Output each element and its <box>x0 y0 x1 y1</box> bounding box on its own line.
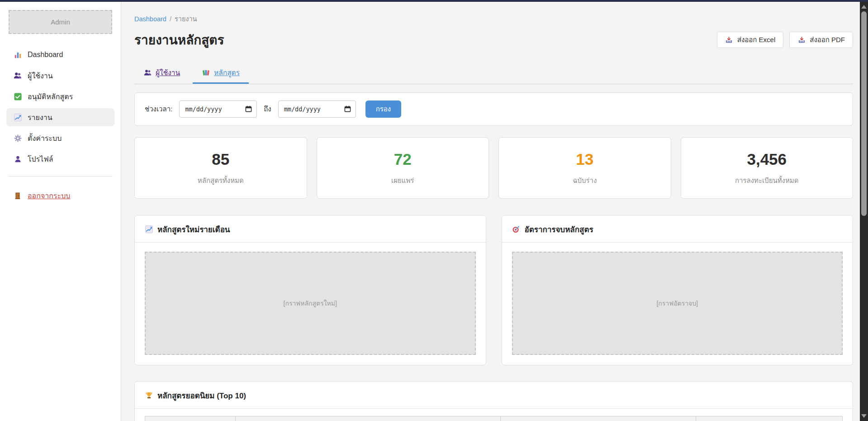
date-to-wrapper <box>278 100 356 118</box>
stat-label: การลงทะเบียนทั้งหมด <box>735 175 798 186</box>
trophy-icon <box>145 392 153 400</box>
chart-title: หลักสูตรใหม่รายเดือน <box>157 223 230 235</box>
breadcrumb: Dashboard/รายงาน <box>134 14 853 24</box>
to-label: ถึง <box>264 104 271 115</box>
charts-row: หลักสูตรใหม่รายเดือน [กราฟหลักสูตรใหม่] … <box>134 215 853 365</box>
admin-logo-placeholder: Admin <box>9 10 112 34</box>
chart-card-header: อัตราการจบหลักสูตร <box>502 215 853 243</box>
target-icon <box>512 225 520 234</box>
export-pdf-label: ส่งออก PDF <box>810 34 845 45</box>
calendar-icon[interactable] <box>245 105 252 114</box>
sidebar: Admin Dashboard ผู้ใช้งาน อนุมัติหลักสูต… <box>0 2 121 421</box>
breadcrumb-separator: / <box>170 15 171 23</box>
tab-bar: ผู้ใช้งาน หลักสูตร <box>134 63 853 84</box>
books-icon <box>202 69 210 77</box>
bar-chart-icon <box>14 51 22 59</box>
sidebar-item-label: ผู้ใช้งาน <box>28 70 53 81</box>
stat-value: 3,456 <box>747 150 787 168</box>
sidebar-item-label: Dashboard <box>28 51 63 59</box>
date-from-wrapper <box>179 100 257 118</box>
stat-label: เผยแพร่ <box>391 175 414 186</box>
breadcrumb-current: รายงาน <box>175 15 197 23</box>
vertical-scrollbar[interactable] <box>860 2 868 421</box>
stat-value: 85 <box>212 150 229 168</box>
sidebar-nav: Dashboard ผู้ใช้งาน อนุมัติหลักสูตร รายง… <box>0 46 121 168</box>
stat-value: 13 <box>576 150 593 168</box>
scrollbar-up-arrow[interactable] <box>861 5 867 9</box>
stat-card-published: 72 เผยแพร่ <box>317 137 489 199</box>
chart-card-header: หลักสูตรใหม่รายเดือน <box>135 215 486 243</box>
breadcrumb-dashboard-link[interactable]: Dashboard <box>134 15 166 23</box>
line-chart-icon <box>145 225 153 234</box>
sidebar-item-users[interactable]: ผู้ใช้งาน <box>6 67 114 85</box>
export-excel-label: ส่งออก Excel <box>737 34 775 45</box>
chart-card-new-courses: หลักสูตรใหม่รายเดือน [กราฟหลักสูตรใหม่] <box>134 215 486 365</box>
sidebar-divider <box>8 176 113 177</box>
download-tray-icon <box>797 36 806 44</box>
page-header-row: รายงานหลักสูตร ส่งออก Excel ส่งออก PDF <box>134 30 853 50</box>
table-header-cell <box>145 416 236 421</box>
tab-courses[interactable]: หลักสูตร <box>193 63 249 84</box>
person-icon <box>14 155 22 163</box>
export-buttons: ส่งออก Excel ส่งออก PDF <box>717 32 853 48</box>
scrollbar-down-arrow[interactable] <box>861 414 867 418</box>
chart-card-completion-rate: อัตราการจบหลักสูตร [กราฟอัตราจบ] <box>502 215 854 365</box>
sidebar-item-settings[interactable]: ตั้งค่าระบบ <box>6 129 114 147</box>
logout-label: ออกจากระบบ <box>28 190 70 201</box>
users-icon <box>143 69 152 77</box>
gear-icon <box>14 134 22 142</box>
stat-card-total-enrollments: 3,456 การลงทะเบียนทั้งหมด <box>681 137 854 199</box>
table-header-cell <box>696 416 843 421</box>
main-content: Dashboard/รายงาน รายงานหลักสูตร ส่งออก E… <box>121 2 868 421</box>
stat-card-total-courses: 85 หลักสูตรทั้งหมด <box>134 137 307 199</box>
stat-card-drafts: 13 ฉบับร่าง <box>498 137 671 199</box>
chart-placeholder-new-courses: [กราฟหลักสูตรใหม่] <box>145 252 476 355</box>
stats-row: 85 หลักสูตรทั้งหมด 72 เผยแพร่ 13 ฉบับร่า… <box>134 137 853 199</box>
tab-users-label: ผู้ใช้งาน <box>156 67 180 78</box>
calendar-icon[interactable] <box>344 105 351 114</box>
users-icon <box>14 72 22 80</box>
tab-users[interactable]: ผู้ใช้งาน <box>134 63 189 84</box>
sidebar-item-reports[interactable]: รายงาน <box>6 108 114 126</box>
table-header-cell <box>501 416 696 421</box>
export-excel-button[interactable]: ส่งออก Excel <box>717 32 783 48</box>
date-range-label: ช่วงเวลา: <box>145 104 172 115</box>
app-root: Admin Dashboard ผู้ใช้งาน อนุมัติหลักสูต… <box>0 0 868 421</box>
filter-button[interactable]: กรอง <box>365 100 401 118</box>
stat-value: 72 <box>394 150 412 168</box>
sidebar-item-label: รายงาน <box>28 112 52 123</box>
stat-label: ฉบับร่าง <box>573 175 597 186</box>
admin-logo-text: Admin <box>51 18 70 26</box>
line-chart-icon <box>14 113 22 121</box>
table-header-row <box>145 416 843 421</box>
sidebar-item-approve-courses[interactable]: อนุมัติหลักสูตร <box>6 87 114 105</box>
download-tray-icon <box>725 36 733 44</box>
sidebar-item-label: อนุมัติหลักสูตร <box>28 91 73 102</box>
chart-title: อัตราการจบหลักสูตร <box>525 223 593 235</box>
tab-courses-label: หลักสูตร <box>214 67 240 78</box>
scrollbar-thumb[interactable] <box>861 11 867 216</box>
filter-bar: ช่วงเวลา: ถึง กรอง <box>134 92 853 126</box>
sidebar-item-label: ตั้งค่าระบบ <box>28 133 62 144</box>
chart-placeholder-completion-rate: [กราฟอัตราจบ] <box>512 252 843 355</box>
top-courses-table <box>145 416 843 421</box>
door-icon <box>14 191 22 200</box>
sidebar-item-profile[interactable]: โปรไฟล์ <box>6 150 114 168</box>
sidebar-item-label: โปรไฟล์ <box>28 153 53 165</box>
page-title: รายงานหลักสูตร <box>134 30 224 50</box>
stat-label: หลักสูตรทั้งหมด <box>198 175 244 186</box>
sidebar-item-dashboard[interactable]: Dashboard <box>6 46 114 64</box>
top-courses-title: หลักสูตรยอดนิยม (Top 10) <box>157 389 246 402</box>
check-square-icon <box>14 92 22 100</box>
export-pdf-button[interactable]: ส่งออก PDF <box>789 32 853 48</box>
table-header-cell <box>236 416 501 421</box>
sidebar-item-logout[interactable]: ออกจากระบบ <box>6 187 114 205</box>
window-top-edge-bar <box>0 0 868 2</box>
top-courses-card: หลักสูตรยอดนิยม (Top 10) <box>134 381 853 421</box>
top-courses-header: หลักสูตรยอดนิยม (Top 10) <box>135 382 853 409</box>
